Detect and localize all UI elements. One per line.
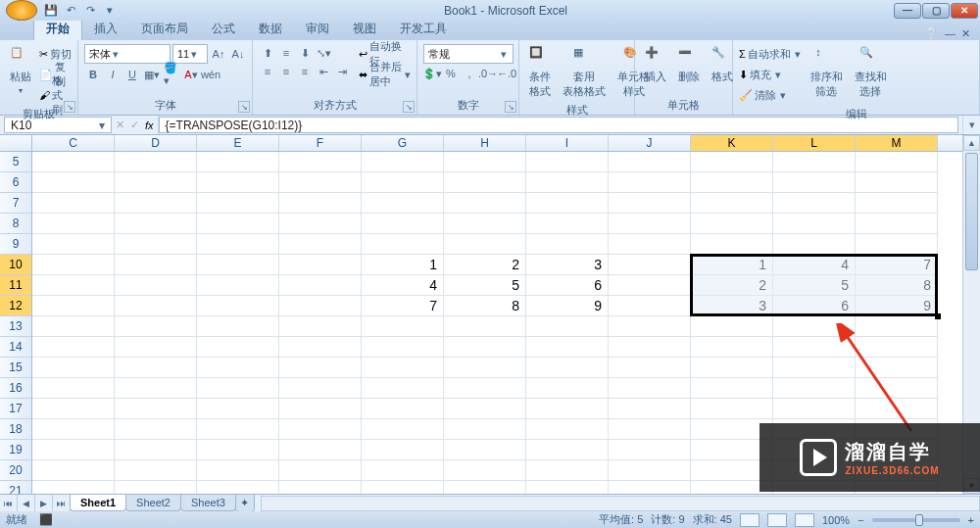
row-header-9[interactable]: 9 [0, 234, 31, 255]
cell-K6[interactable] [691, 172, 773, 193]
cell-F16[interactable] [279, 378, 362, 399]
select-all-button[interactable] [0, 135, 32, 152]
cell-H19[interactable] [444, 440, 526, 460]
cell-M5[interactable] [856, 152, 938, 172]
cell-C12[interactable] [32, 296, 115, 316]
row-header-12[interactable]: 12 [0, 296, 31, 316]
horizontal-scrollbar[interactable] [261, 496, 980, 511]
font-launcher[interactable]: ↘ [238, 101, 250, 113]
cell-I11[interactable]: 6 [526, 275, 609, 296]
align-right-button[interactable]: ≡ [296, 63, 314, 80]
view-break-button[interactable] [795, 513, 814, 527]
cell-E6[interactable] [197, 172, 279, 193]
cell-F10[interactable] [279, 255, 362, 275]
insert-cells-button[interactable]: ➕插入 [641, 44, 670, 86]
cell-D5[interactable] [115, 152, 197, 172]
zoom-out-button[interactable]: − [858, 514, 863, 526]
cell-J19[interactable] [609, 440, 691, 460]
cell-G15[interactable] [362, 358, 444, 378]
cell-J17[interactable] [609, 399, 691, 419]
cell-M7[interactable] [856, 193, 938, 214]
scroll-up-button[interactable]: ▲ [963, 135, 980, 151]
cell-D16[interactable] [115, 378, 197, 399]
column-header-H[interactable]: H [444, 135, 526, 151]
cell-C10[interactable] [32, 255, 115, 275]
cell-F7[interactable] [279, 193, 362, 214]
clear-button[interactable]: 🧹清除▾ [739, 85, 803, 105]
maximize-button[interactable]: ▢ [922, 3, 950, 19]
cell-K5[interactable] [691, 152, 773, 172]
column-header-D[interactable]: D [115, 135, 197, 151]
cell-D7[interactable] [115, 193, 197, 214]
sheet-nav-prev[interactable]: ◀ [18, 495, 35, 511]
tab-page-layout[interactable]: 页面布局 [129, 18, 200, 40]
cell-K16[interactable] [691, 378, 773, 399]
row-header-10[interactable]: 10 [0, 255, 31, 275]
cell-H11[interactable]: 5 [444, 275, 526, 296]
cell-J14[interactable] [609, 337, 691, 358]
cell-E15[interactable] [197, 358, 279, 378]
cell-C16[interactable] [32, 378, 115, 399]
orientation-button[interactable]: ⤡▾ [315, 44, 332, 62]
autosum-button[interactable]: Σ自动求和▾ [739, 44, 803, 64]
cell-D17[interactable] [115, 399, 197, 419]
comma-button[interactable]: , [461, 65, 478, 82]
cell-J10[interactable] [609, 255, 691, 275]
column-header-I[interactable]: I [526, 135, 609, 151]
decrease-decimal-button[interactable]: ←.0 [498, 65, 515, 82]
merge-center-button[interactable]: ⬌合并后居中▾ [359, 65, 411, 84]
grow-font-button[interactable]: A↑ [210, 45, 227, 63]
cell-F5[interactable] [279, 152, 362, 172]
cell-G16[interactable] [362, 378, 444, 399]
cell-F18[interactable] [279, 419, 362, 440]
column-header-F[interactable]: F [279, 135, 362, 151]
cell-D10[interactable] [115, 255, 197, 275]
format-table-button[interactable]: ▦套用 表格格式 [559, 44, 610, 101]
qat-more-icon[interactable]: ▾ [102, 3, 118, 19]
row-header-5[interactable]: 5 [0, 152, 31, 172]
cell-E10[interactable] [197, 255, 279, 275]
cell-G11[interactable]: 4 [362, 275, 444, 296]
delete-cells-button[interactable]: ➖删除 [674, 44, 704, 86]
cell-D20[interactable] [115, 460, 197, 481]
shrink-font-button[interactable]: A↓ [229, 45, 247, 63]
cell-I17[interactable] [526, 399, 609, 419]
view-layout-button[interactable] [767, 513, 787, 527]
scroll-thumb[interactable] [965, 153, 978, 270]
cell-C6[interactable] [32, 172, 115, 193]
row-header-18[interactable]: 18 [0, 419, 31, 440]
cell-E19[interactable] [197, 440, 279, 460]
cell-E7[interactable] [197, 193, 279, 214]
cell-M9[interactable] [856, 234, 938, 255]
cell-J6[interactable] [609, 172, 691, 193]
cell-C20[interactable] [32, 460, 115, 481]
cell-E16[interactable] [197, 378, 279, 399]
cell-E9[interactable] [197, 234, 279, 255]
cell-L15[interactable] [773, 358, 856, 378]
sort-filter-button[interactable]: ↕排序和 筛选 [807, 44, 847, 101]
cell-G19[interactable] [362, 440, 444, 460]
cell-I8[interactable] [526, 214, 609, 234]
cell-F9[interactable] [279, 234, 362, 255]
cell-H12[interactable]: 8 [444, 296, 526, 316]
cell-J7[interactable] [609, 193, 691, 214]
cell-L13[interactable] [773, 316, 856, 337]
cell-E11[interactable] [197, 275, 279, 296]
cell-J20[interactable] [609, 460, 691, 481]
row-header-13[interactable]: 13 [0, 316, 31, 337]
cell-G9[interactable] [362, 234, 444, 255]
align-middle-button[interactable]: ≡ [277, 44, 295, 62]
italic-button[interactable]: I [104, 66, 122, 83]
undo-icon[interactable]: ↶ [63, 3, 78, 19]
cell-J13[interactable] [609, 316, 691, 337]
row-header-11[interactable]: 11 [0, 275, 31, 296]
cell-K9[interactable] [691, 234, 773, 255]
cell-I7[interactable] [526, 193, 609, 214]
column-header-E[interactable]: E [197, 135, 279, 151]
fill-handle[interactable] [935, 313, 941, 319]
cell-L6[interactable] [773, 172, 856, 193]
cell-F8[interactable] [279, 214, 362, 234]
cell-I18[interactable] [526, 419, 609, 440]
cell-K17[interactable] [691, 399, 773, 419]
cell-J18[interactable] [609, 419, 691, 440]
